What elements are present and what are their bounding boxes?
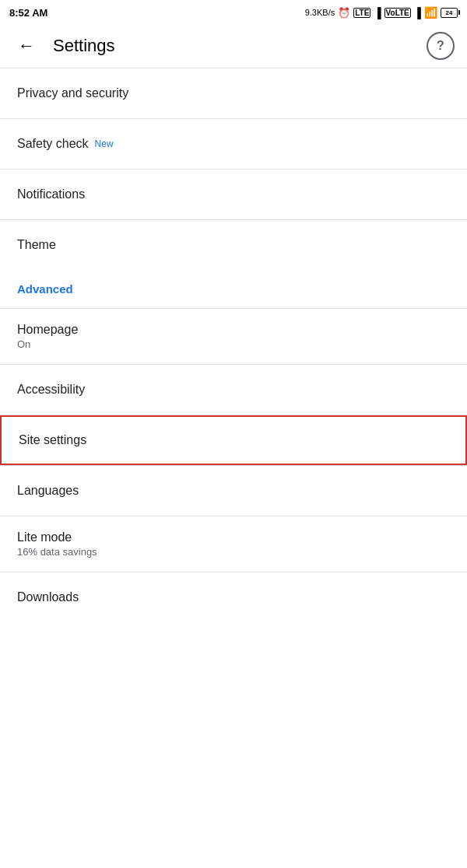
help-icon: ? — [437, 40, 444, 52]
settings-item-title-row: Notifications — [17, 187, 450, 201]
settings-item-title: Lite mode — [17, 530, 72, 544]
status-bar: 8:52 AM 9.3KB/s ⏰ LTE ▐ VoLTE ▐ 📶 24 — [0, 0, 467, 23]
settings-item-homepage[interactable]: HomepageOn — [0, 309, 467, 364]
back-arrow-icon: ← — [18, 37, 35, 54]
settings-item-title-row: Safety checkNew — [17, 137, 450, 151]
settings-item-title: Homepage — [17, 323, 78, 337]
settings-item-privacy-security[interactable]: Privacy and security — [0, 68, 467, 118]
settings-item-downloads[interactable]: Downloads — [0, 572, 467, 622]
settings-item-title: Notifications — [17, 187, 85, 201]
settings-item-notifications[interactable]: Notifications — [0, 170, 467, 219]
alarm-icon: ⏰ — [338, 7, 350, 19]
page-title: Settings — [53, 36, 115, 56]
lte-icon: LTE — [353, 8, 370, 18]
settings-item-title: Privacy and security — [17, 86, 128, 100]
settings-item-title: Theme — [17, 238, 56, 252]
settings-item-title: Languages — [17, 484, 79, 498]
volte-icon: VoLTE — [384, 8, 411, 18]
toolbar-left: ← Settings — [12, 32, 115, 60]
wifi-icon: 📶 — [424, 6, 437, 19]
settings-item-accessibility[interactable]: Accessibility — [0, 365, 467, 415]
signal-bars-2-icon: ▐ — [414, 7, 421, 19]
settings-item-title: Safety check — [17, 137, 89, 151]
new-badge: New — [95, 138, 114, 149]
settings-item-languages[interactable]: Languages — [0, 466, 467, 516]
settings-item-title-row: Languages — [17, 484, 450, 498]
settings-item-title-row: Privacy and security — [17, 86, 450, 100]
signal-bars-icon: ▐ — [374, 7, 381, 19]
battery-level: 24 — [446, 9, 453, 16]
settings-item-site-settings[interactable]: Site settings — [0, 415, 467, 465]
settings-item-title-row: Accessibility — [17, 383, 450, 397]
settings-item-title: Site settings — [19, 433, 86, 447]
settings-item-advanced-header[interactable]: Advanced — [0, 270, 467, 308]
settings-item-title-row: Downloads — [17, 590, 450, 604]
settings-item-title-row: Homepage — [17, 323, 450, 337]
settings-item-title-row: Site settings — [19, 433, 448, 447]
battery-icon: 24 — [441, 8, 458, 18]
network-speed: 9.3KB/s — [305, 8, 335, 17]
settings-item-subtitle: 16% data savings — [17, 546, 450, 558]
settings-item-title: Accessibility — [17, 383, 85, 397]
settings-item-safety-check[interactable]: Safety checkNew — [0, 119, 467, 169]
settings-item-subtitle: On — [17, 338, 450, 350]
help-button[interactable]: ? — [427, 32, 455, 60]
settings-item-lite-mode[interactable]: Lite mode16% data savings — [0, 516, 467, 572]
status-time: 8:52 AM — [9, 7, 47, 19]
back-button[interactable]: ← — [12, 32, 40, 60]
settings-list: Privacy and securitySafety checkNewNotif… — [0, 68, 467, 622]
settings-item-title: Downloads — [17, 590, 79, 604]
settings-item-title-row: Theme — [17, 238, 450, 252]
settings-item-title-row: Lite mode — [17, 530, 450, 544]
toolbar: ← Settings ? — [0, 23, 467, 68]
settings-item-theme[interactable]: Theme — [0, 220, 467, 270]
status-icons: 9.3KB/s ⏰ LTE ▐ VoLTE ▐ 📶 24 — [305, 6, 458, 19]
